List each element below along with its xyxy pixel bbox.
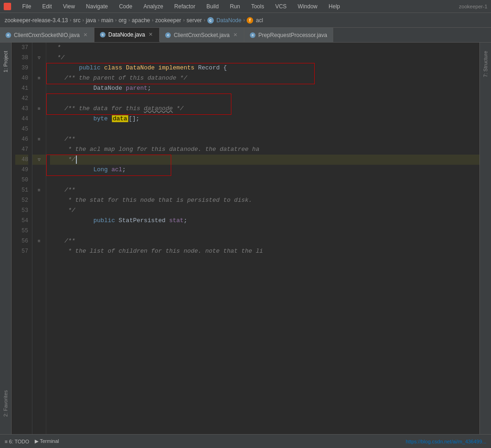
status-todo[interactable]: ≡ 6: TODO <box>5 439 29 444</box>
editor-area: 1: Project 2: Favorites 37 38 39 40 41 4… <box>0 43 491 434</box>
code-line-52: * the stat for this node that is persist… <box>50 195 479 205</box>
code-editor[interactable]: * */ public class DataNode implements Re… <box>46 43 479 434</box>
gutter-50 <box>32 175 46 185</box>
breadcrumb-zookeeper[interactable]: zookeeper <box>155 17 181 24</box>
menu-item-build[interactable]: Build <box>205 2 221 11</box>
menu-item-file[interactable]: File <box>20 2 33 11</box>
breadcrumb-datanode[interactable]: DataNode <box>217 17 242 24</box>
status-url: https://blog.csdn.net/ai/m_436499... <box>406 439 486 444</box>
sidebar-structure-label[interactable]: 7: Structure <box>483 47 488 81</box>
code-text-57: * the list of children for this node. no… <box>50 246 263 256</box>
status-terminal[interactable]: ▶ Terminal <box>35 438 59 444</box>
menu-item-refactor[interactable]: Refactor <box>173 2 197 11</box>
breadcrumb-src[interactable]: src <box>73 17 81 24</box>
list-icon-56[interactable]: ≡ <box>37 239 40 244</box>
line-numbers: 37 38 39 40 41 42 43 44 45 46 47 48 49 5… <box>12 43 32 434</box>
tab-label-clientcnxnsocket: ClientCnxnSocket.java <box>174 32 230 38</box>
menu-item-analyze[interactable]: Analyze <box>142 2 165 11</box>
breadcrumb-sep-2: › <box>82 18 84 23</box>
breadcrumb-sep-4: › <box>115 18 117 23</box>
gutter-43[interactable]: ≡ <box>32 104 46 114</box>
breadcrumb-org[interactable]: org <box>118 17 126 24</box>
breadcrumb-project[interactable]: zookeeper-release-3.4.13 <box>5 17 68 24</box>
code-text-37: * <box>50 43 61 53</box>
line-num-41: 41 <box>15 83 28 93</box>
list-icon-43[interactable]: ≡ <box>37 106 40 112</box>
sidebar-right: 7: Structure <box>479 43 491 434</box>
menu-item-run[interactable]: Run <box>228 2 242 11</box>
tab-label-clientcnxnsocketnio: ClientCnxnSocketNIO.java <box>14 32 80 38</box>
code-line-46: /** <box>50 134 479 144</box>
menu-item-edit[interactable]: Edit <box>40 2 54 11</box>
code-line-49: Long acl; <box>50 165 479 175</box>
list-icon-46[interactable]: ≡ <box>37 137 40 142</box>
status-terminal-label: Terminal <box>40 438 59 444</box>
line-num-42: 42 <box>15 93 28 104</box>
gutter-51[interactable]: ≡ <box>32 185 46 195</box>
gutter-41 <box>32 83 46 93</box>
line-num-50: 50 <box>15 175 28 185</box>
tab-icon-preprequestprocessor: c <box>250 32 255 38</box>
gutter-57 <box>32 246 46 256</box>
breadcrumb: zookeeper-release-3.4.13 › src › java › … <box>0 13 491 28</box>
menu-item-view[interactable]: View <box>61 2 77 11</box>
menu-item-navigate[interactable]: Navigate <box>84 2 110 11</box>
gutter-48[interactable]: ▽ <box>32 155 46 165</box>
gutter-38[interactable]: ▽ <box>32 53 46 63</box>
code-text-56: /** <box>50 236 75 246</box>
tab-icon-datanode: c <box>100 32 106 37</box>
breadcrumb-acl[interactable]: acl <box>256 17 263 24</box>
tab-datanode[interactable]: c DataNode.java ✕ <box>94 28 160 42</box>
menu-item-window[interactable]: Window <box>296 2 319 11</box>
line-num-45: 45 <box>15 124 28 134</box>
tab-clientcnxnsocketnio[interactable]: c ClientCnxnSocketNIO.java ✕ <box>0 28 94 42</box>
gutter-56[interactable]: ≡ <box>32 236 46 246</box>
breadcrumb-sep-8: › <box>204 18 205 23</box>
gutter-40[interactable]: ≡ <box>32 73 46 83</box>
line-num-55: 55 <box>15 226 28 236</box>
line-num-53: 53 <box>15 205 28 216</box>
gutter-49 <box>32 165 46 175</box>
tabs-bar: c ClientCnxnSocketNIO.java ✕ c DataNode.… <box>0 28 491 43</box>
gutter-39 <box>32 63 46 73</box>
breadcrumb-apache[interactable]: apache <box>132 17 150 24</box>
breadcrumb-main[interactable]: main <box>101 17 113 24</box>
tab-close-clientcnxnsocket[interactable]: ✕ <box>232 32 238 38</box>
gutter-54 <box>32 216 46 226</box>
tab-close-datanode[interactable]: ✕ <box>148 31 154 37</box>
sidebar-favorites-label[interactable]: 2: Favorites <box>3 386 8 420</box>
menu-item-code[interactable]: Code <box>117 2 134 11</box>
sidebar-left: 1: Project 2: Favorites <box>0 43 12 434</box>
tab-preprequestprocessor[interactable]: c PrepRequestProcessor.java <box>244 28 333 42</box>
tab-icon-clientcnxnsocket: c <box>165 32 171 38</box>
tab-label-preprequestprocessor: PrepRequestProcessor.java <box>258 32 327 38</box>
line-num-38: 38 <box>15 53 28 63</box>
breadcrumb-sep-9: › <box>243 18 245 23</box>
tab-close-clientcnxnsocketnio[interactable]: ✕ <box>82 32 88 38</box>
list-icon-51[interactable]: ≡ <box>37 188 40 193</box>
status-todo-label: 6: TODO <box>9 439 29 444</box>
breadcrumb-server[interactable]: server <box>186 17 202 24</box>
sidebar-project-label[interactable]: 1: Project <box>3 47 8 76</box>
breadcrumb-class-icon: c <box>207 17 214 24</box>
code-line-37: * <box>50 43 479 53</box>
line-num-52: 52 <box>15 195 28 205</box>
code-line-45 <box>50 124 479 134</box>
line-num-43: 43 <box>15 104 28 114</box>
window-title: zookeeper-1 <box>459 4 487 9</box>
menu-bar: File Edit View Navigate Code Analyze Ref… <box>0 0 491 13</box>
fold-icon-38[interactable]: ▽ <box>37 55 40 61</box>
tab-clientcnxnsocket[interactable]: c ClientCnxnSocket.java ✕ <box>160 28 244 42</box>
code-text-51: /** <box>50 185 75 195</box>
line-num-40: 40 <box>15 73 28 83</box>
menu-item-help[interactable]: Help <box>327 2 342 11</box>
fold-icon-48[interactable]: ▽ <box>37 157 40 162</box>
gutter-46[interactable]: ≡ <box>32 134 46 144</box>
breadcrumb-java[interactable]: java <box>86 17 96 24</box>
line-num-48: 48 <box>15 155 28 165</box>
tab-label-datanode: DataNode.java <box>108 31 145 38</box>
menu-item-tools[interactable]: Tools <box>249 2 266 11</box>
menu-item-vcs[interactable]: VCS <box>273 2 289 11</box>
code-line-51: /** <box>50 185 479 195</box>
list-icon-40[interactable]: ≡ <box>37 76 40 81</box>
